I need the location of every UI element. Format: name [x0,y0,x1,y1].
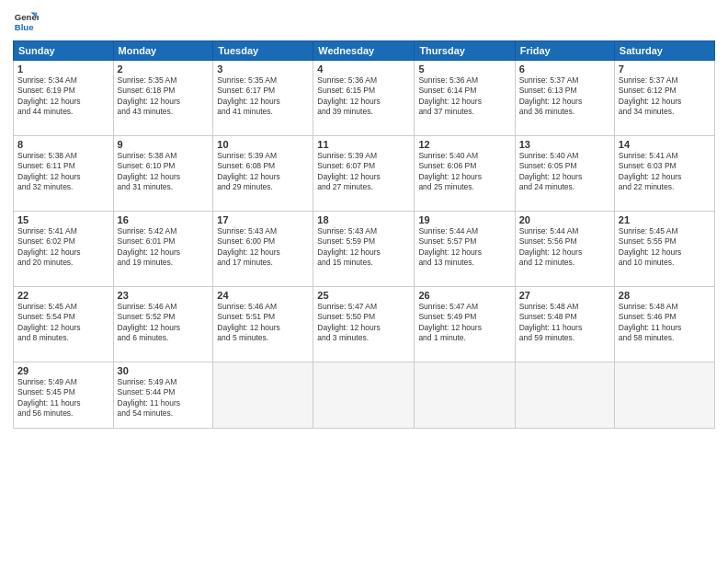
day-cell: 17Sunrise: 5:43 AMSunset: 6:00 PMDayligh… [213,212,313,287]
day-info: Sunrise: 5:36 AMSunset: 6:14 PMDaylight:… [418,75,510,118]
day-cell: 24Sunrise: 5:46 AMSunset: 5:51 PMDayligh… [213,287,313,362]
header: General Blue [13,9,715,35]
day-cell: 29Sunrise: 5:49 AMSunset: 5:45 PMDayligh… [14,362,114,429]
day-number: 10 [217,139,309,150]
day-number: 1 [17,63,109,75]
day-cell: 28Sunrise: 5:48 AMSunset: 5:46 PMDayligh… [614,287,714,362]
day-cell [313,362,415,429]
day-info: Sunrise: 5:38 AMSunset: 6:11 PMDaylight:… [17,151,109,193]
day-number: 6 [519,63,610,75]
day-info: Sunrise: 5:41 AMSunset: 6:02 PMDaylight:… [17,226,109,269]
day-cell: 13Sunrise: 5:40 AMSunset: 6:05 PMDayligh… [515,136,614,212]
day-info: Sunrise: 5:40 AMSunset: 6:05 PMDaylight:… [519,151,610,193]
day-info: Sunrise: 5:47 AMSunset: 5:50 PMDaylight:… [317,302,410,344]
day-cell [213,362,313,429]
day-number: 4 [317,63,410,75]
week-row-3: 15Sunrise: 5:41 AMSunset: 6:02 PMDayligh… [14,212,715,287]
weekday-header-tuesday: Tuesday [213,41,313,61]
weekday-header-monday: Monday [113,41,213,61]
day-info: Sunrise: 5:42 AMSunset: 6:01 PMDaylight:… [118,226,210,269]
day-cell: 16Sunrise: 5:42 AMSunset: 6:01 PMDayligh… [113,212,213,287]
day-number: 24 [217,290,309,301]
day-number: 26 [418,290,510,301]
day-cell: 4Sunrise: 5:36 AMSunset: 6:15 PMDaylight… [313,61,415,136]
day-info: Sunrise: 5:49 AMSunset: 5:45 PMDaylight:… [17,377,109,419]
day-number: 17 [217,214,309,225]
day-number: 7 [619,63,711,75]
logo: General Blue [13,9,42,35]
day-number: 8 [17,139,109,150]
day-info: Sunrise: 5:41 AMSunset: 6:03 PMDaylight:… [619,151,711,193]
weekday-header-thursday: Thursday [415,41,515,61]
day-info: Sunrise: 5:48 AMSunset: 5:48 PMDaylight:… [519,302,610,344]
day-info: Sunrise: 5:39 AMSunset: 6:08 PMDaylight:… [217,151,309,193]
svg-text:Blue: Blue [15,22,34,32]
day-cell: 21Sunrise: 5:45 AMSunset: 5:55 PMDayligh… [614,212,714,287]
day-cell: 10Sunrise: 5:39 AMSunset: 6:08 PMDayligh… [213,136,313,212]
day-info: Sunrise: 5:36 AMSunset: 6:15 PMDaylight:… [317,75,410,118]
day-number: 28 [619,290,711,301]
day-cell: 12Sunrise: 5:40 AMSunset: 6:06 PMDayligh… [415,136,515,212]
week-row-5: 29Sunrise: 5:49 AMSunset: 5:45 PMDayligh… [14,362,715,429]
day-number: 5 [418,63,510,75]
day-cell: 8Sunrise: 5:38 AMSunset: 6:11 PMDaylight… [14,136,114,212]
day-number: 20 [519,214,610,225]
day-number: 11 [317,139,410,150]
day-info: Sunrise: 5:37 AMSunset: 6:13 PMDaylight:… [519,75,610,118]
day-info: Sunrise: 5:44 AMSunset: 5:57 PMDaylight:… [418,226,510,269]
day-info: Sunrise: 5:39 AMSunset: 6:07 PMDaylight:… [317,151,410,193]
day-info: Sunrise: 5:34 AMSunset: 6:19 PMDaylight:… [17,75,109,118]
day-info: Sunrise: 5:44 AMSunset: 5:56 PMDaylight:… [519,226,610,269]
day-info: Sunrise: 5:35 AMSunset: 6:18 PMDaylight:… [118,75,210,118]
day-cell: 23Sunrise: 5:46 AMSunset: 5:52 PMDayligh… [113,287,213,362]
day-cell: 1Sunrise: 5:34 AMSunset: 6:19 PMDaylight… [14,61,114,136]
day-info: Sunrise: 5:38 AMSunset: 6:10 PMDaylight:… [118,151,210,193]
day-info: Sunrise: 5:46 AMSunset: 5:51 PMDaylight:… [217,302,309,344]
weekday-header-row: SundayMondayTuesdayWednesdayThursdayFrid… [14,41,715,61]
day-cell: 5Sunrise: 5:36 AMSunset: 6:14 PMDaylight… [415,61,515,136]
day-cell: 26Sunrise: 5:47 AMSunset: 5:49 PMDayligh… [415,287,515,362]
day-cell: 15Sunrise: 5:41 AMSunset: 6:02 PMDayligh… [14,212,114,287]
day-cell: 20Sunrise: 5:44 AMSunset: 5:56 PMDayligh… [515,212,614,287]
day-cell: 14Sunrise: 5:41 AMSunset: 6:03 PMDayligh… [614,136,714,212]
day-cell: 6Sunrise: 5:37 AMSunset: 6:13 PMDaylight… [515,61,614,136]
weekday-header-saturday: Saturday [614,41,714,61]
day-number: 14 [619,139,711,150]
day-info: Sunrise: 5:43 AMSunset: 5:59 PMDaylight:… [317,226,410,269]
day-number: 29 [17,365,109,376]
day-info: Sunrise: 5:46 AMSunset: 5:52 PMDaylight:… [118,302,210,344]
day-info: Sunrise: 5:35 AMSunset: 6:17 PMDaylight:… [217,75,309,118]
day-cell: 2Sunrise: 5:35 AMSunset: 6:18 PMDaylight… [113,61,213,136]
day-info: Sunrise: 5:45 AMSunset: 5:54 PMDaylight:… [17,302,109,344]
day-cell: 11Sunrise: 5:39 AMSunset: 6:07 PMDayligh… [313,136,415,212]
day-cell [415,362,515,429]
week-row-1: 1Sunrise: 5:34 AMSunset: 6:19 PMDaylight… [14,61,715,136]
day-info: Sunrise: 5:37 AMSunset: 6:12 PMDaylight:… [619,75,711,118]
weekday-header-wednesday: Wednesday [313,41,415,61]
day-number: 9 [118,139,210,150]
calendar: SundayMondayTuesdayWednesdayThursdayFrid… [13,40,715,429]
day-number: 13 [519,139,610,150]
day-number: 3 [217,63,309,75]
day-cell: 9Sunrise: 5:38 AMSunset: 6:10 PMDaylight… [113,136,213,212]
week-row-4: 22Sunrise: 5:45 AMSunset: 5:54 PMDayligh… [14,287,715,362]
day-info: Sunrise: 5:47 AMSunset: 5:49 PMDaylight:… [418,302,510,344]
day-cell [614,362,714,429]
day-number: 23 [118,290,210,301]
day-number: 18 [317,214,410,225]
day-number: 12 [418,139,510,150]
weekday-header-friday: Friday [515,41,614,61]
day-number: 21 [619,214,711,225]
day-cell: 25Sunrise: 5:47 AMSunset: 5:50 PMDayligh… [313,287,415,362]
day-number: 15 [17,214,109,225]
day-info: Sunrise: 5:40 AMSunset: 6:06 PMDaylight:… [418,151,510,193]
day-cell [515,362,614,429]
day-cell: 18Sunrise: 5:43 AMSunset: 5:59 PMDayligh… [313,212,415,287]
day-info: Sunrise: 5:45 AMSunset: 5:55 PMDaylight:… [619,226,711,269]
day-number: 25 [317,290,410,301]
day-cell: 22Sunrise: 5:45 AMSunset: 5:54 PMDayligh… [14,287,114,362]
day-info: Sunrise: 5:43 AMSunset: 6:00 PMDaylight:… [217,226,309,269]
day-number: 16 [118,214,210,225]
day-cell: 30Sunrise: 5:49 AMSunset: 5:44 PMDayligh… [113,362,213,429]
day-cell: 7Sunrise: 5:37 AMSunset: 6:12 PMDaylight… [614,61,714,136]
